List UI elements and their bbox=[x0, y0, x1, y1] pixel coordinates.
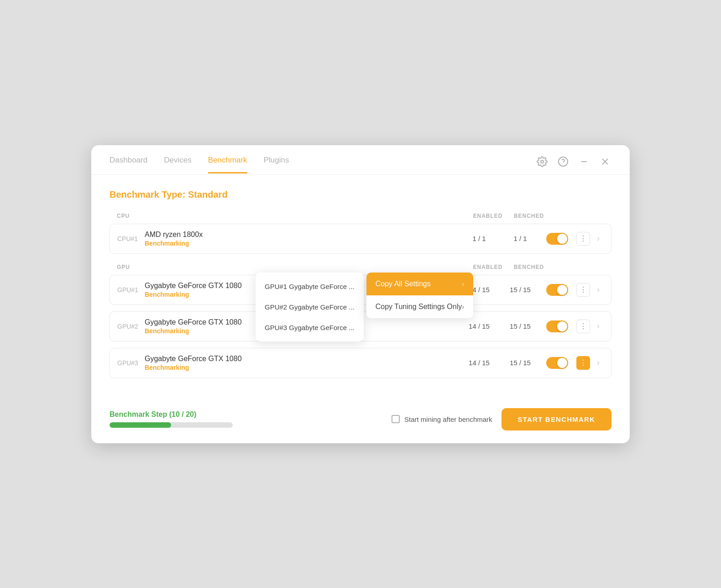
main-content: Benchmark Type: Standard CPU ENABLED BEN… bbox=[91, 175, 630, 401]
context-menu-container: GPU#1 Gygabyte GeForce ... GPU#2 Gygabyt… bbox=[256, 273, 473, 341]
nav-actions bbox=[536, 155, 611, 174]
nav-bar: Dashboard Devices Benchmark Plugins bbox=[91, 145, 630, 175]
progress-bar-container bbox=[110, 422, 233, 428]
gpu-status-3: Benchmarking bbox=[145, 364, 459, 371]
tab-dashboard[interactable]: Dashboard bbox=[110, 156, 147, 173]
cpu-benched-col: BENCHED bbox=[508, 213, 549, 219]
footer-right: Start mining after benchmark START BENCH… bbox=[392, 408, 611, 430]
app-window: Dashboard Devices Benchmark Plugins bbox=[91, 145, 630, 443]
gpu-toggle-3[interactable] bbox=[546, 357, 568, 369]
cpu-status-1: Benchmarking bbox=[145, 240, 459, 247]
gpu-toggle-2[interactable] bbox=[546, 320, 568, 332]
svg-point-0 bbox=[541, 160, 543, 163]
cpu-toggle-1[interactable] bbox=[546, 233, 568, 245]
nav-tabs: Dashboard Devices Benchmark Plugins bbox=[110, 156, 289, 173]
cpu-row-1: CPU#1 AMD ryzen 1800x Benchmarking 1 / 1… bbox=[110, 224, 611, 254]
copy-all-label: Copy All Settings bbox=[376, 280, 431, 288]
gpu-section-header: GPU ENABLED BENCHED bbox=[110, 264, 611, 270]
gpu-info-3: Gygabyte GeForce GTX 1080 Benchmarking bbox=[145, 355, 459, 371]
cpu-id-1: CPU#1 bbox=[117, 235, 145, 242]
cpu-more-1[interactable]: ⋮ bbox=[576, 232, 590, 246]
footer-left: Benchmark Step (10 / 20) bbox=[110, 410, 233, 428]
copy-tuning-settings-button[interactable]: Copy Tuning Settings Only › bbox=[366, 295, 473, 318]
gpu-benched-2: 15 / 15 bbox=[500, 322, 541, 330]
cpu-chevron-1[interactable]: › bbox=[593, 233, 604, 244]
gpu-row-3: GPU#3 Gygabyte GeForce GTX 1080 Benchmar… bbox=[110, 348, 611, 378]
start-benchmark-button[interactable]: START BENCHMARK bbox=[502, 408, 611, 430]
gpu-more-1[interactable]: ⋮ bbox=[576, 283, 590, 297]
start-mining-checkbox-label[interactable]: Start mining after benchmark bbox=[392, 415, 492, 423]
gpu-list-dropdown: GPU#1 Gygabyte GeForce ... GPU#2 Gygabyt… bbox=[256, 273, 364, 341]
benchmark-step-label: Benchmark Step (10 / 20) bbox=[110, 410, 233, 419]
gpu-list-item-1[interactable]: GPU#1 Gygabyte GeForce ... bbox=[256, 276, 364, 297]
cpu-section-label: CPU bbox=[117, 213, 467, 219]
gpu-chevron-3[interactable]: › bbox=[593, 357, 604, 368]
gpu-chevron-2[interactable]: › bbox=[593, 321, 604, 332]
close-icon[interactable] bbox=[599, 155, 611, 168]
start-mining-checkbox[interactable] bbox=[392, 415, 400, 423]
cpu-info-1: AMD ryzen 1800x Benchmarking bbox=[145, 231, 459, 247]
start-mining-text: Start mining after benchmark bbox=[404, 415, 492, 423]
cpu-name-1: AMD ryzen 1800x bbox=[145, 231, 459, 239]
gpu-id-3: GPU#3 bbox=[117, 359, 145, 367]
benchmark-type-value: Standard bbox=[188, 189, 228, 200]
progress-bar-fill bbox=[110, 422, 171, 428]
copy-all-chevron-icon: › bbox=[462, 280, 464, 288]
cpu-benched-1: 1 / 1 bbox=[500, 235, 541, 242]
gpu-section-label: GPU bbox=[117, 264, 467, 270]
gpu-id-1: GPU#1 bbox=[117, 286, 145, 294]
gpu-list-item-3[interactable]: GPU#3 Gygabyte GeForce ... bbox=[256, 317, 364, 338]
cpu-enabled-col: ENABLED bbox=[467, 213, 508, 219]
benchmark-type-label: Benchmark Type: bbox=[110, 189, 185, 200]
gpu-name-3: Gygabyte GeForce GTX 1080 bbox=[145, 355, 459, 363]
tab-benchmark[interactable]: Benchmark bbox=[208, 156, 247, 173]
gpu-benched-3: 15 / 15 bbox=[500, 359, 541, 367]
cpu-section-header: CPU ENABLED BENCHED bbox=[110, 213, 611, 219]
copy-tuning-label: Copy Tuning Settings Only bbox=[376, 303, 462, 311]
cpu-enabled-1: 1 / 1 bbox=[459, 235, 500, 242]
help-icon[interactable] bbox=[557, 155, 569, 168]
settings-icon[interactable] bbox=[536, 155, 549, 168]
gpu-more-2[interactable]: ⋮ bbox=[576, 320, 590, 333]
minimize-icon[interactable] bbox=[578, 155, 590, 168]
gpu-list-item-2[interactable]: GPU#2 Gygabyte GeForce ... bbox=[256, 297, 364, 317]
gpu-id-2: GPU#2 bbox=[117, 323, 145, 330]
tab-devices[interactable]: Devices bbox=[164, 156, 191, 173]
gpu-benched-1: 15 / 15 bbox=[500, 286, 541, 294]
benchmark-type: Benchmark Type: Standard bbox=[110, 189, 611, 200]
gpu-toggle-1[interactable] bbox=[546, 284, 568, 296]
copy-menu: Copy All Settings › Copy Tuning Settings… bbox=[366, 273, 473, 318]
copy-tuning-chevron-icon: › bbox=[462, 303, 464, 310]
tab-plugins[interactable]: Plugins bbox=[264, 156, 289, 173]
gpu-enabled-3: 14 / 15 bbox=[459, 359, 500, 367]
footer: Benchmark Step (10 / 20) Start mining af… bbox=[91, 401, 630, 443]
gpu-more-3[interactable]: ⋮ bbox=[576, 356, 590, 370]
gpu-enabled-col: ENABLED bbox=[467, 264, 508, 270]
cpu-section: CPU ENABLED BENCHED CPU#1 AMD ryzen 1800… bbox=[110, 213, 611, 254]
gpu-chevron-1[interactable]: › bbox=[593, 284, 604, 295]
gpu-benched-col: BENCHED bbox=[508, 264, 549, 270]
copy-all-settings-button[interactable]: Copy All Settings › bbox=[366, 273, 473, 295]
